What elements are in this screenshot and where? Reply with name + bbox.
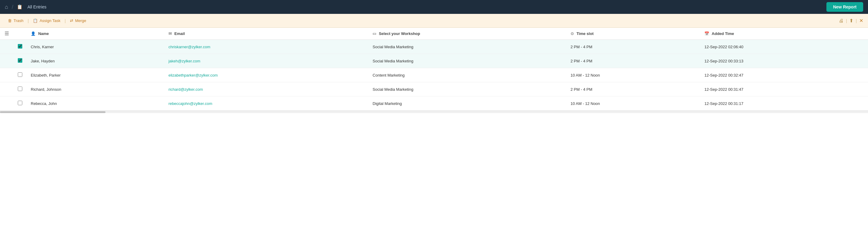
toolbar-right-actions: 🖨 | ⬆ | ✕ bbox=[839, 18, 863, 24]
table-row: Chris, Karnerchriskarner@zylker.comSocia… bbox=[0, 40, 868, 54]
name-col-label: Name bbox=[38, 31, 49, 36]
new-report-button[interactable]: New Report bbox=[827, 2, 863, 12]
row-timeslot-cell: 10 AM - 12 Noon bbox=[566, 68, 700, 82]
toolbar-divider-1: | bbox=[28, 19, 29, 23]
timeslot-col-label: Time slot bbox=[577, 31, 594, 36]
row-name-cell: Rebecca, John bbox=[27, 96, 164, 111]
row-email-cell[interactable]: jakeh@zylker.com bbox=[164, 54, 368, 68]
row-timeslot-cell: 2 PM - 4 PM bbox=[566, 40, 700, 54]
entries-icon: 📋 bbox=[17, 4, 23, 10]
select-all-header[interactable]: ☰ bbox=[0, 28, 13, 40]
merge-button[interactable]: ⇄ Merge bbox=[67, 17, 89, 24]
row-checkbox-cell[interactable] bbox=[13, 96, 27, 111]
table-body: Chris, Karnerchriskarner@zylker.comSocia… bbox=[0, 40, 868, 111]
row-select-all-cell bbox=[0, 82, 13, 96]
workshop-col-label: Select your Workshop bbox=[379, 31, 420, 36]
select-all-icon[interactable]: ☰ bbox=[4, 31, 9, 36]
name-col-icon: 👤 bbox=[31, 31, 36, 36]
print-icon[interactable]: 🖨 bbox=[839, 18, 844, 24]
merge-label: Merge bbox=[75, 19, 86, 23]
table-row: Jake, Haydenjakeh@zylker.comSocial Media… bbox=[0, 54, 868, 68]
row-added-time-cell: 12-Sep-2022 00:32:47 bbox=[700, 68, 868, 82]
row-select-all-cell bbox=[0, 68, 13, 82]
row-name-cell: Chris, Karner bbox=[27, 40, 164, 54]
workshop-column-header: ▭ Select your Workshop bbox=[368, 28, 566, 40]
row-added-time-cell: 12-Sep-2022 00:31:17 bbox=[700, 96, 868, 111]
workshop-col-icon: ▭ bbox=[373, 31, 376, 36]
email-col-icon: ✉ bbox=[168, 31, 172, 36]
nav-separator: / bbox=[12, 4, 13, 10]
row-workshop-cell: Social Media Marketing bbox=[368, 40, 566, 54]
added-time-col-label: Added Time bbox=[712, 31, 734, 36]
row-checkbox[interactable] bbox=[18, 72, 22, 77]
row-checkbox-cell[interactable] bbox=[13, 40, 27, 54]
merge-icon: ⇄ bbox=[70, 19, 73, 23]
row-checkbox[interactable] bbox=[18, 87, 22, 91]
timeslot-column-header: ⊙ Time slot bbox=[566, 28, 700, 40]
row-added-time-cell: 12-Sep-2022 02:06:40 bbox=[700, 40, 868, 54]
name-column-header: 👤 Name bbox=[27, 28, 164, 40]
row-added-time-cell: 12-Sep-2022 00:33:13 bbox=[700, 54, 868, 68]
row-timeslot-cell: 2 PM - 4 PM bbox=[566, 54, 700, 68]
row-email-cell[interactable]: chriskarner@zylker.com bbox=[164, 40, 368, 54]
row-name-cell: Jake, Hayden bbox=[27, 54, 164, 68]
table-row: Richard, Johnsonrichard@zylker.comSocial… bbox=[0, 82, 868, 96]
row-select-all-cell bbox=[0, 96, 13, 111]
toolbar-left-actions: 🗑 Trash | 📋 Assign Task | ⇄ Merge bbox=[5, 17, 89, 24]
nav-title: All Entries bbox=[27, 4, 46, 9]
row-workshop-cell: Content Marketing bbox=[368, 68, 566, 82]
row-select-all-cell bbox=[0, 40, 13, 54]
home-icon[interactable]: ⌂ bbox=[5, 4, 8, 10]
toolbar-right-divider-2: | bbox=[856, 19, 857, 23]
row-checkbox-cell[interactable] bbox=[13, 68, 27, 82]
row-checkbox[interactable] bbox=[18, 58, 22, 63]
added-time-column-header: 📅 Added Time bbox=[700, 28, 868, 40]
row-email-cell[interactable]: richard@zylker.com bbox=[164, 82, 368, 96]
row-name-cell: Elizabeth, Parker bbox=[27, 68, 164, 82]
table-row: Elizabeth, Parkerelizabethparker@zylker.… bbox=[0, 68, 868, 82]
row-checkbox-cell[interactable] bbox=[13, 82, 27, 96]
trash-icon: 🗑 bbox=[8, 19, 12, 23]
table-header-row: ☰ 👤 Name ✉ Email ▭ Select your Workshop … bbox=[0, 28, 868, 40]
row-workshop-cell: Social Media Marketing bbox=[368, 82, 566, 96]
row-added-time-cell: 12-Sep-2022 00:31:47 bbox=[700, 82, 868, 96]
assign-task-icon: 📋 bbox=[33, 19, 38, 23]
row-workshop-cell: Digital Marketing bbox=[368, 96, 566, 111]
scrollbar-thumb[interactable] bbox=[0, 111, 105, 113]
share-icon[interactable]: ⬆ bbox=[849, 18, 853, 24]
assign-task-label: Assign Task bbox=[39, 19, 60, 23]
entries-table-wrapper: ☰ 👤 Name ✉ Email ▭ Select your Workshop … bbox=[0, 28, 868, 111]
toolbar-divider-2: | bbox=[65, 19, 66, 23]
horizontal-scrollbar[interactable] bbox=[0, 111, 868, 113]
action-toolbar: 🗑 Trash | 📋 Assign Task | ⇄ Merge 🖨 | ⬆ … bbox=[0, 14, 868, 28]
table-row: Rebecca, Johnrebeccajohn@zylker.comDigit… bbox=[0, 96, 868, 111]
row-name-cell: Richard, Johnson bbox=[27, 82, 164, 96]
close-icon[interactable]: ✕ bbox=[859, 18, 863, 24]
row-timeslot-cell: 10 AM - 12 Noon bbox=[566, 96, 700, 111]
row-select-all-cell bbox=[0, 54, 13, 68]
timeslot-col-icon: ⊙ bbox=[570, 31, 574, 36]
email-column-header: ✉ Email bbox=[164, 28, 368, 40]
added-time-col-icon: 📅 bbox=[704, 31, 709, 36]
top-navigation: ⌂ / 📋 All Entries New Report bbox=[0, 0, 868, 14]
row-email-cell[interactable]: elizabethparker@zylker.com bbox=[164, 68, 368, 82]
email-col-label: Email bbox=[175, 31, 185, 36]
row-workshop-cell: Social Media Marketing bbox=[368, 54, 566, 68]
trash-button[interactable]: 🗑 Trash bbox=[5, 17, 27, 24]
checkbox-header bbox=[13, 28, 27, 40]
toolbar-right-divider-1: | bbox=[846, 19, 847, 23]
row-checkbox[interactable] bbox=[18, 101, 22, 105]
row-checkbox[interactable] bbox=[18, 44, 22, 49]
assign-task-button[interactable]: 📋 Assign Task bbox=[30, 17, 63, 24]
row-checkbox-cell[interactable] bbox=[13, 54, 27, 68]
row-email-cell[interactable]: rebeccajohn@zylker.com bbox=[164, 96, 368, 111]
trash-label: Trash bbox=[13, 19, 24, 23]
row-timeslot-cell: 2 PM - 4 PM bbox=[566, 82, 700, 96]
entries-table: ☰ 👤 Name ✉ Email ▭ Select your Workshop … bbox=[0, 28, 868, 111]
